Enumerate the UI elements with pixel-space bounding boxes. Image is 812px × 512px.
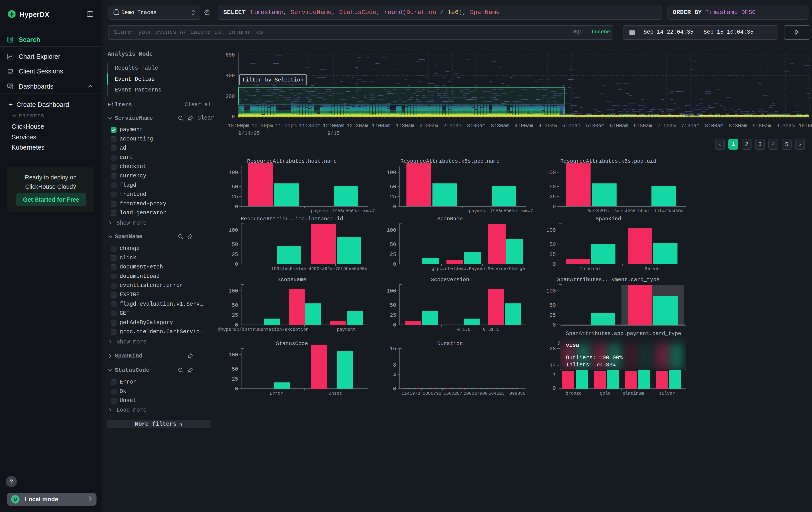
svg-text:14: 14 bbox=[549, 362, 556, 369]
svg-text:50: 50 bbox=[232, 366, 238, 372]
svg-text:50: 50 bbox=[390, 184, 396, 190]
svg-text:Error: Error bbox=[270, 391, 283, 396]
svg-text:25: 25 bbox=[549, 312, 556, 318]
svg-text:0: 0 bbox=[553, 261, 556, 267]
svg-text:28: 28 bbox=[549, 346, 556, 352]
svg-text:Unset: Unset bbox=[329, 391, 342, 396]
svg-text:5e02b5fb-13ae-4296-bbbc-111f42: 5e02b5fb-13ae-4296-bbbc-111f423c460d bbox=[587, 209, 684, 214]
svg-text:50: 50 bbox=[232, 242, 238, 247]
svg-text:100: 100 bbox=[229, 170, 238, 176]
svg-text:ResourceAttributes.k8s.pod.uid: ResourceAttributes.k8s.pod.uid bbox=[560, 158, 656, 164]
svg-text:1141978: 1141978 bbox=[402, 391, 420, 396]
svg-text:8: 8 bbox=[393, 362, 396, 368]
svg-text:100: 100 bbox=[229, 352, 238, 358]
svg-text:50: 50 bbox=[390, 302, 396, 308]
svg-text:50: 50 bbox=[549, 302, 556, 308]
svg-text:ResourceAttribu..ice.instance.: ResourceAttribu..ice.instance.id bbox=[241, 216, 343, 222]
svg-text:25: 25 bbox=[232, 312, 238, 318]
svg-text:999356: 999356 bbox=[510, 391, 525, 396]
svg-text:0.51.1: 0.51.1 bbox=[483, 327, 499, 332]
svg-text:50: 50 bbox=[549, 242, 556, 247]
svg-text:100: 100 bbox=[387, 288, 396, 294]
svg-text:0: 0 bbox=[235, 261, 238, 267]
svg-text:25: 25 bbox=[232, 251, 238, 258]
svg-text:0: 0 bbox=[393, 386, 396, 392]
svg-text:200027900: 200027900 bbox=[464, 391, 488, 396]
svg-text:16: 16 bbox=[390, 346, 396, 352]
svg-text:StatusCode: StatusCode bbox=[276, 341, 308, 347]
svg-text:100: 100 bbox=[229, 227, 238, 233]
svg-text:25: 25 bbox=[390, 312, 396, 318]
svg-text:50: 50 bbox=[390, 242, 396, 247]
svg-text:0.1.0: 0.1.0 bbox=[457, 327, 470, 332]
svg-text:0: 0 bbox=[553, 204, 556, 210]
svg-text:0: 0 bbox=[393, 204, 396, 210]
svg-text:100: 100 bbox=[546, 227, 556, 233]
svg-text:platinum: platinum bbox=[622, 391, 644, 396]
svg-text:0: 0 bbox=[553, 385, 556, 392]
svg-text:0: 0 bbox=[235, 204, 238, 210]
svg-text:25: 25 bbox=[232, 194, 238, 200]
svg-text:ResourceAttributes.host.name: ResourceAttributes.host.name bbox=[247, 158, 337, 164]
svg-text:0: 0 bbox=[235, 386, 238, 392]
svg-text:payment-7985c8969c-mwmw7: payment-7985c8969c-mwmw7 bbox=[311, 209, 375, 214]
svg-text:7: 7 bbox=[553, 372, 556, 378]
svg-text:1386792: 1386792 bbox=[423, 391, 441, 396]
svg-text:@hyperdx/instrumentation-excep: @hyperdx/instrumentation-exception bbox=[218, 327, 309, 332]
svg-text:0: 0 bbox=[393, 322, 396, 328]
svg-text:grpc.oteldemo.PaymentService/C: grpc.oteldemo.PaymentService/Charge bbox=[432, 266, 525, 271]
svg-text:4: 4 bbox=[393, 372, 396, 378]
svg-text:ScopeName: ScopeName bbox=[278, 277, 307, 283]
svg-text:100: 100 bbox=[387, 170, 396, 176]
svg-text:payment: payment bbox=[337, 327, 355, 332]
svg-text:50: 50 bbox=[549, 184, 556, 190]
svg-text:25: 25 bbox=[549, 194, 556, 200]
svg-text:25: 25 bbox=[549, 251, 556, 258]
svg-text:SpanAttributes...yment.card_ty: SpanAttributes...yment.card_type bbox=[557, 277, 660, 283]
svg-text:25: 25 bbox=[232, 376, 238, 382]
svg-text:100: 100 bbox=[387, 227, 396, 233]
svg-text:1600267: 1600267 bbox=[443, 391, 462, 396]
svg-text:100: 100 bbox=[546, 288, 556, 294]
svg-text:25: 25 bbox=[390, 194, 396, 200]
svg-text:silver: silver bbox=[659, 391, 675, 396]
svg-text:f5344ec9-a1ea-4290-a62a-78f5be: f5344ec9-a1ea-4290-a62a-78f5bee8d90b bbox=[271, 266, 367, 271]
svg-text:Duration: Duration bbox=[437, 341, 463, 347]
svg-text:50: 50 bbox=[232, 184, 238, 190]
svg-text:SpanName: SpanName bbox=[437, 216, 463, 222]
svg-text:584623: 584623 bbox=[489, 391, 504, 396]
svg-text:Internal: Internal bbox=[580, 266, 601, 271]
svg-text:Server: Server bbox=[645, 266, 661, 271]
svg-text:ResourceAttributes.k8s.pod.nam: ResourceAttributes.k8s.pod.name bbox=[401, 158, 500, 164]
svg-text:50: 50 bbox=[232, 302, 238, 308]
svg-text:ScopeVersion: ScopeVersion bbox=[431, 277, 469, 283]
svg-text:gold: gold bbox=[600, 391, 611, 396]
svg-text:0: 0 bbox=[553, 322, 556, 328]
svg-text:100: 100 bbox=[546, 170, 556, 176]
svg-text:25: 25 bbox=[390, 251, 396, 258]
svg-text:100: 100 bbox=[229, 288, 238, 294]
svg-text:SpanKind: SpanKind bbox=[596, 216, 621, 222]
svg-text:payment-7985c8969c-mwmw7: payment-7985c8969c-mwmw7 bbox=[469, 209, 533, 214]
svg-text:bronze: bronze bbox=[566, 391, 582, 396]
svg-text:0: 0 bbox=[393, 261, 396, 267]
